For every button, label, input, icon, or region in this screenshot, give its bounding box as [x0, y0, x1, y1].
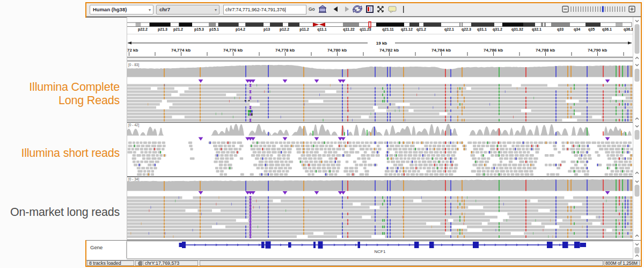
- svg-text:q31.2: q31.2: [493, 27, 502, 32]
- svg-text:q11.23: q11.23: [360, 27, 371, 32]
- svg-text:72 kb: 72 kb: [127, 48, 138, 53]
- svg-text:74,778 kb: 74,778 kb: [275, 48, 295, 53]
- svg-text:p21.3: p21.3: [158, 27, 167, 32]
- svg-text:[0 - 83]: [0 - 83]: [128, 63, 139, 67]
- svg-text:74,784 kb: 74,784 kb: [431, 48, 451, 53]
- svg-text:q35: q35: [588, 27, 595, 32]
- svg-text:74,786 kb: 74,786 kb: [484, 48, 503, 53]
- svg-text:q22.3: q22.3: [462, 27, 471, 32]
- svg-text:q31.32: q31.32: [511, 27, 523, 32]
- svg-text:74,788 kb: 74,788 kb: [536, 48, 555, 53]
- svg-text:[0 - 34]: [0 - 34]: [128, 177, 139, 182]
- svg-text:p13: p13: [264, 27, 270, 32]
- svg-text:p15.1: p15.1: [209, 27, 219, 32]
- svg-text:q31.1: q31.1: [477, 27, 487, 32]
- svg-text:q11.1: q11.1: [317, 27, 327, 32]
- svg-text:74,774 kb: 74,774 kb: [171, 48, 191, 53]
- svg-text:p14.2: p14.2: [236, 27, 245, 32]
- svg-text:q22.1: q22.1: [444, 27, 454, 32]
- svg-text:p12.2: p12.2: [280, 27, 289, 32]
- svg-text:q21.11: q21.11: [382, 27, 394, 32]
- svg-text:74,782 kb: 74,782 kb: [379, 48, 399, 53]
- svg-text:19 kb: 19 kb: [376, 41, 387, 46]
- svg-text:p22.2: p22.2: [138, 27, 148, 32]
- svg-text:q32.1: q32.1: [532, 27, 541, 32]
- svg-text:p15.3: p15.3: [194, 27, 204, 32]
- svg-text:74,790 kb: 74,790 kb: [588, 48, 607, 53]
- svg-text:p11.2: p11.2: [299, 27, 309, 32]
- svg-text:74,780 kb: 74,780 kb: [327, 48, 347, 53]
- svg-text:q36.1: q36.1: [602, 27, 612, 32]
- svg-text:q21.2: q21.2: [416, 27, 426, 32]
- svg-text:q11.22: q11.22: [343, 27, 355, 32]
- svg-text:p21.2: p21.2: [173, 27, 183, 32]
- svg-text:NCF1: NCF1: [375, 249, 386, 254]
- svg-text:[0 - 42]: [0 - 42]: [128, 123, 139, 127]
- svg-text:q21.12: q21.12: [401, 27, 413, 32]
- svg-text:q34: q34: [574, 27, 580, 32]
- svg-text:74,776 kb: 74,776 kb: [223, 48, 243, 53]
- svg-text:q33: q33: [557, 27, 564, 32]
- svg-text:q36.3: q36.3: [624, 27, 633, 32]
